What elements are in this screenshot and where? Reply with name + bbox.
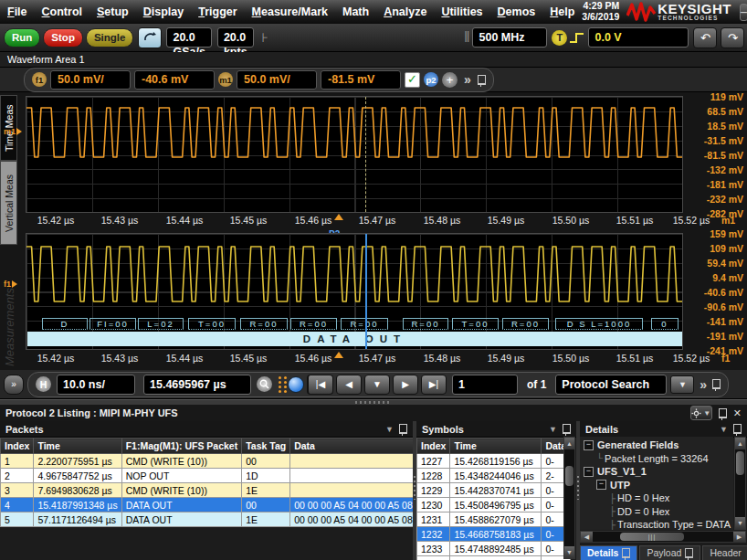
- symbol-row[interactable]: 122915.4428370741 µs0-: [417, 483, 571, 498]
- dropdown-arrow-icon[interactable]: ▼: [720, 425, 728, 434]
- tab-header[interactable]: Header: [702, 545, 747, 560]
- decode-segment[interactable]: FI=00: [89, 318, 136, 330]
- trigger-level-field[interactable]: 0.0 V: [588, 27, 689, 48]
- details-pin-icon[interactable]: [733, 424, 742, 434]
- stop-button[interactable]: Stop: [43, 28, 83, 48]
- tree-node[interactable]: ├DD = 0 Hex: [584, 505, 733, 519]
- panel-close-icon[interactable]: ✕: [733, 407, 742, 419]
- menu-control[interactable]: Control: [35, 2, 89, 22]
- m1-ground-marker[interactable]: m1: [4, 127, 22, 136]
- search-pin-icon[interactable]: [712, 379, 721, 389]
- first-event-button[interactable]: |◀: [307, 375, 333, 395]
- symbol-row[interactable]: 122815.4348244046 µs2-: [417, 469, 571, 483]
- symbol-row-selected[interactable]: 123215.4668758183 µs0-: [417, 527, 571, 542]
- menu-file[interactable]: File: [0, 2, 35, 22]
- scroll-left-icon[interactable]: ◀: [581, 532, 593, 542]
- rising-edge-icon[interactable]: [569, 31, 585, 44]
- minimize-button[interactable]: ─: [740, 4, 747, 21]
- symbol-row[interactable]: 123315.4748892485 µs0-: [417, 542, 571, 556]
- horizontal-badge[interactable]: H: [36, 376, 51, 392]
- search-dropdown-button[interactable]: ▼: [670, 375, 694, 394]
- symbol-row[interactable]: 122715.4268119156 µs0-: [417, 454, 571, 469]
- timebase-scale-field[interactable]: 10.0 ns/: [57, 375, 135, 395]
- symbol-row[interactable]: 123115.4588627079 µs0-: [417, 512, 571, 527]
- trigger-source-badge[interactable]: T: [552, 30, 567, 46]
- event-index-field[interactable]: 1: [452, 375, 518, 395]
- last-event-button[interactable]: ▶|: [421, 375, 447, 395]
- top-waveform-grid[interactable]: [26, 96, 683, 213]
- search-chevron-icon[interactable]: »: [700, 377, 707, 392]
- decode-segment[interactable]: R=00: [502, 318, 549, 330]
- pin-icon[interactable]: [478, 75, 486, 85]
- p2-cursor-line[interactable]: [365, 234, 367, 349]
- packets-pin-icon[interactable]: [399, 424, 407, 434]
- gear-icon[interactable]: ▼: [690, 406, 712, 420]
- tab-payload[interactable]: Payload: [639, 545, 700, 560]
- add-waveform-button[interactable]: +: [442, 72, 458, 88]
- scroll-right-icon[interactable]: ▶: [733, 532, 745, 542]
- single-button[interactable]: Single: [86, 28, 134, 48]
- menu-setup[interactable]: Setup: [89, 2, 136, 22]
- tree-node[interactable]: └Packet Length = 33264: [584, 452, 733, 466]
- packet-row[interactable]: 12.2200775951 µs CMD (WRITE (10))00: [1, 454, 414, 469]
- tree-node[interactable]: ├Transaction Type = DATA: [584, 518, 733, 530]
- f1-badge[interactable]: f1: [32, 72, 47, 87]
- menu-measure-mark[interactable]: Measure/Mark: [245, 2, 335, 22]
- p2-badge[interactable]: p2: [424, 72, 438, 87]
- symbols-pin-icon[interactable]: [563, 424, 571, 434]
- decode-band[interactable]: DATA OUT: [27, 332, 682, 346]
- dropdown-arrow-icon[interactable]: ▼: [385, 425, 394, 434]
- timebase-position-field[interactable]: 15.4695967 µs: [143, 375, 251, 395]
- undo-button[interactable]: ↶: [693, 27, 717, 48]
- f1-offset-field[interactable]: -40.6 mV: [134, 70, 215, 90]
- expand-chevron-icon[interactable]: »: [464, 72, 471, 87]
- dropdown-arrow-icon[interactable]: ▼: [549, 425, 557, 434]
- tree-node[interactable]: −UTP: [584, 479, 733, 492]
- menu-display[interactable]: Display: [136, 2, 191, 22]
- memory-depth-field[interactable]: 20.0 kpts: [217, 27, 254, 48]
- menu-demos[interactable]: Demos: [490, 2, 543, 22]
- packet-row-selected[interactable]: 415.4187991348 µs DATA OUT00 00 00 00 A5…: [1, 498, 414, 512]
- decode-segment[interactable]: 0: [651, 318, 679, 330]
- tree-node[interactable]: −UFS_V1_1: [584, 465, 733, 479]
- packet-row[interactable]: 37.6949830628 µs CMD (WRITE (10))1E: [1, 483, 414, 498]
- packet-row[interactable]: 557.1171126494 µs DATA OUT1E 00 00 00 A5…: [1, 512, 414, 527]
- details-vscrollbar[interactable]: ▲ ▼: [734, 437, 746, 530]
- decode-segment[interactable]: T=00: [452, 318, 499, 330]
- search-event-icon[interactable]: [288, 376, 304, 393]
- tab-details[interactable]: Details: [580, 545, 637, 560]
- scroll-down-icon[interactable]: ▼: [735, 517, 745, 529]
- decode-segment[interactable]: D S L=1000: [555, 318, 643, 330]
- bottom-waveform-grid[interactable]: DFI=00L=02T=00R=00R=00R=00R=00T=00R=00D …: [26, 233, 683, 350]
- trigger-position-icon[interactable]: ⊦: [262, 30, 268, 45]
- scroll-down-icon[interactable]: ▼: [564, 546, 574, 558]
- cursor-dots-icon[interactable]: [279, 376, 281, 393]
- menu-trigger[interactable]: Trigger: [191, 2, 244, 22]
- tree-node[interactable]: −Generated Fields: [584, 438, 733, 452]
- touch-zone-icon[interactable]: [138, 27, 162, 48]
- m1-badge[interactable]: m1: [218, 72, 233, 87]
- flyout-chevron[interactable]: »: [4, 375, 24, 395]
- decode-segment[interactable]: R=00: [240, 318, 288, 330]
- decode-segment[interactable]: R=00: [290, 318, 337, 330]
- tab-vertical-meas[interactable]: Vertical Meas: [0, 161, 17, 245]
- panel-pin-icon[interactable]: [719, 408, 727, 418]
- redo-button[interactable]: ↷: [721, 27, 744, 48]
- details-hscrollbar[interactable]: ◀ ||| ▶: [580, 531, 746, 543]
- decode-segment[interactable]: D: [42, 318, 88, 330]
- zoom-icon[interactable]: [257, 376, 272, 392]
- bandwidth-field[interactable]: 500 MHz: [472, 27, 547, 48]
- tree-node[interactable]: ├HD = 0 Hex: [584, 491, 733, 505]
- m1-scale-field[interactable]: 50.0 mV/: [237, 70, 317, 90]
- run-button[interactable]: Run: [4, 28, 40, 48]
- decode-segment[interactable]: L=02: [138, 318, 184, 330]
- menu-utilities[interactable]: Utilities: [434, 2, 489, 22]
- search-type-select[interactable]: Protocol Search: [555, 375, 667, 395]
- symbol-row[interactable]: 123415.4829025837 µs0-: [417, 556, 571, 560]
- decode-segment[interactable]: R=00: [341, 318, 388, 330]
- packet-row[interactable]: 24.9675847752 µs NOP OUT1D: [1, 469, 414, 483]
- decode-segment[interactable]: T=00: [188, 318, 236, 330]
- p2-visible-checkbox[interactable]: ✓: [405, 72, 420, 88]
- goto-event-button[interactable]: ▼: [364, 375, 390, 395]
- symbol-row[interactable]: 123015.4508496795 µs0-: [417, 498, 571, 512]
